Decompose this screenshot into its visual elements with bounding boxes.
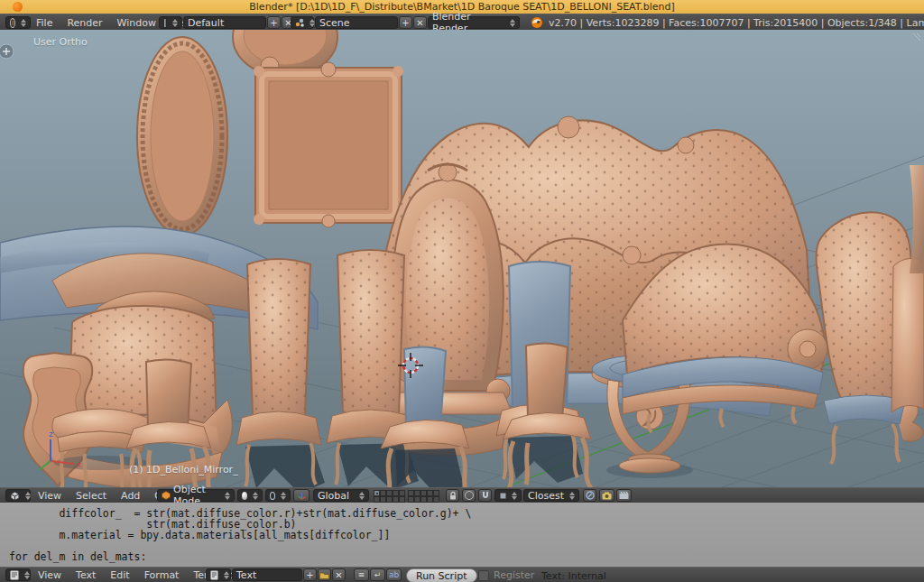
blender-app-icon	[13, 2, 23, 12]
register-label: Register	[494, 569, 534, 581]
clapperboard-icon	[619, 491, 629, 500]
menu-format[interactable]: Format	[137, 569, 187, 581]
dropdown-arrows-icon	[307, 19, 315, 27]
text-editor-icon	[10, 570, 19, 580]
manipulator-toggle[interactable]	[293, 489, 310, 502]
camera-icon	[602, 492, 612, 500]
transform-orientation-select[interactable]: Global	[313, 489, 369, 502]
svg-text:z: z	[49, 430, 53, 439]
text-status: Text: Internal	[541, 570, 606, 582]
dropdown-arrows-icon	[22, 571, 30, 579]
snap-target-label: Closest	[528, 490, 564, 502]
render-engine-select[interactable]: Blender Render	[428, 16, 520, 29]
rectangular-frame-object[interactable]	[254, 62, 403, 227]
line-numbers-toggle[interactable]: ≡	[354, 568, 369, 581]
svg-text:x: x	[77, 460, 82, 469]
scene-statistics: v2.70 | Verts:1023289 | Faces:1007707 | …	[549, 17, 924, 29]
shading-sphere-icon	[242, 492, 247, 500]
text-editor-area[interactable]: diffcolor_ = str(mat.diffuse_color.r)+st…	[0, 503, 924, 567]
info-editor-icon: i	[10, 18, 15, 28]
text-file-icon	[210, 570, 218, 580]
snap-target-select[interactable]: Closest	[523, 489, 579, 502]
dropdown-arrows-icon	[567, 492, 575, 500]
code-line	[9, 540, 924, 551]
screen-layout-add-button[interactable]: +	[267, 16, 281, 29]
viewport-scene: x z	[0, 30, 924, 487]
menu-file[interactable]: File	[29, 17, 60, 29]
edge-chair-object[interactable]	[892, 259, 924, 413]
word-wrap-toggle[interactable]: ↵	[370, 568, 385, 581]
screen-layout-browse-button[interactable]	[159, 16, 182, 29]
viewport-view-label: User Ortho	[33, 36, 88, 48]
menu-select[interactable]: Select	[69, 490, 114, 502]
magnet-icon	[481, 491, 490, 500]
scene-name: Scene	[319, 17, 350, 29]
scene-browse-button[interactable]	[291, 16, 314, 29]
snap-toggle-button[interactable]	[478, 489, 492, 502]
code-line: m.material = bpy.data.materials[all_mats…	[9, 530, 924, 540]
screen-layout-name: Default	[188, 17, 224, 29]
dropdown-arrows-icon	[509, 492, 517, 500]
scene-icon	[295, 18, 304, 27]
text-unlink-button[interactable]: ✕	[332, 568, 346, 581]
menu-add[interactable]: Add	[114, 490, 147, 502]
viewport-3d[interactable]: x z User Ortho (1) 1D_Belloni_Mirror_	[0, 30, 924, 487]
scene-add-button[interactable]: +	[399, 16, 412, 29]
text-datablock-name: Text	[236, 569, 256, 581]
run-script-label: Run Script	[416, 570, 467, 582]
text-open-button[interactable]	[318, 568, 331, 581]
manipulator-axes-icon	[297, 491, 307, 501]
dropdown-arrows-icon	[222, 492, 230, 500]
screen-layout-name-field[interactable]: Default	[183, 16, 266, 29]
dropdown-arrows-icon	[356, 492, 365, 500]
pivot-point-select[interactable]	[265, 489, 291, 502]
screen-layout-icon	[163, 18, 167, 28]
lock-to-scene-button[interactable]	[446, 489, 459, 502]
menu-render[interactable]: Render	[60, 17, 109, 29]
text-new-button[interactable]: +	[303, 568, 317, 581]
text-editor-header: View Text Edit Format Templates Text + ✕…	[0, 567, 924, 582]
blender-logo-icon	[531, 16, 543, 29]
text-datablock-name-field[interactable]: Text	[232, 568, 302, 581]
toolshelf-expand-button[interactable]	[0, 44, 14, 59]
dropdown-arrows-icon	[18, 19, 26, 27]
dropdown-arrows-icon	[170, 19, 178, 27]
pivot-icon	[270, 492, 275, 500]
viewport-editor-type-selector[interactable]	[5, 489, 31, 502]
view3d-editor-icon	[10, 491, 20, 501]
orientation-label: Global	[318, 490, 349, 502]
syntax-highlight-toggle[interactable]: ab	[386, 568, 402, 581]
dropdown-arrows-icon	[23, 492, 31, 500]
menu-view[interactable]: View	[31, 490, 69, 502]
scene-close-button[interactable]: ✕	[413, 16, 427, 29]
run-script-button[interactable]: Run Script	[406, 568, 477, 582]
pencil-circle-icon	[586, 491, 595, 500]
menu-view[interactable]: View	[31, 569, 69, 581]
menu-window[interactable]: Window	[110, 17, 163, 29]
snap-element-select[interactable]	[494, 489, 522, 502]
menu-text[interactable]: Text	[69, 569, 103, 581]
dropdown-arrows-icon	[507, 19, 515, 27]
folder-icon	[319, 571, 329, 579]
object-mode-icon	[162, 491, 171, 500]
text-datablock-browse[interactable]	[206, 568, 231, 581]
snap-peel-button[interactable]	[583, 489, 596, 502]
lock-icon	[448, 491, 457, 501]
opengl-render-image-button[interactable]	[599, 489, 614, 502]
layers-widget[interactable]	[374, 490, 439, 503]
register-checkbox[interactable]	[478, 570, 489, 581]
dropdown-arrows-icon	[250, 492, 258, 500]
scene-name-field[interactable]: Scene	[315, 16, 398, 29]
proportional-edit-button[interactable]	[462, 489, 476, 502]
proportional-circle-icon	[465, 491, 474, 500]
mode-select[interactable]: Object Mode	[157, 489, 235, 502]
menu-edit[interactable]: Edit	[103, 569, 136, 581]
code-line: for del_m in del_mats:	[9, 551, 924, 562]
viewport-shading-select[interactable]	[237, 489, 263, 502]
texteditor-type-selector[interactable]	[5, 568, 31, 581]
dropdown-arrows-icon	[221, 571, 229, 579]
opengl-render-anim-button[interactable]	[616, 489, 632, 502]
editor-type-selector[interactable]: i	[5, 16, 31, 29]
snap-element-cube-icon	[499, 492, 506, 500]
active-object-name: (1) 1D_Belloni_Mirror_	[129, 464, 238, 476]
